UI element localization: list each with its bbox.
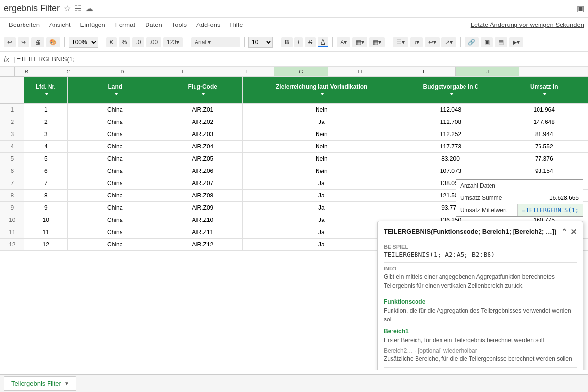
cell-umsatz-4[interactable]: 76.552	[500, 141, 588, 153]
decimal0-button[interactable]: .0	[132, 37, 144, 47]
cell-ziel-3[interactable]: Nein	[242, 128, 401, 141]
cell-land-8[interactable]: China	[67, 190, 163, 202]
menu-tools[interactable]: Tools	[167, 19, 192, 30]
zoom-select[interactable]: 100%	[69, 37, 98, 48]
underline-button[interactable]: A	[318, 37, 328, 47]
textwrap-button[interactable]: ↩▾	[425, 37, 440, 47]
textrotate-button[interactable]: ↗▾	[441, 37, 456, 47]
cell-umsatz-3[interactable]: 81.944	[500, 128, 588, 141]
col-header-c[interactable]: C	[39, 67, 98, 76]
cell-budget-3[interactable]: 112.252	[401, 128, 500, 141]
print-button[interactable]: 🖨	[31, 37, 44, 47]
cell-flug-11[interactable]: AIR.Z11	[163, 226, 242, 239]
cell-umsatz-5[interactable]: 77.376	[500, 153, 588, 165]
link-button[interactable]: 🔗	[465, 37, 479, 47]
cell-flug-7[interactable]: AIR.Z07	[163, 177, 242, 190]
cell-ziel-9[interactable]: Ja	[242, 202, 401, 214]
comment-button[interactable]: ▣	[481, 37, 493, 47]
cell-budget-6[interactable]: 107.073	[401, 165, 500, 177]
cell-land-1[interactable]: China	[67, 104, 163, 116]
percent-button[interactable]: %	[119, 37, 131, 47]
cell-ziel-7[interactable]: Ja	[242, 177, 401, 190]
tooltip-close-button[interactable]: ✕	[570, 227, 577, 237]
menu-bearbeiten[interactable]: Bearbeiten	[4, 19, 45, 30]
fill-color-button[interactable]: A▾	[337, 37, 350, 47]
decimal00-button[interactable]: .00	[146, 37, 161, 47]
col-header-e[interactable]: E	[147, 67, 220, 76]
cell-nr-8[interactable]: 8	[24, 190, 67, 202]
filter-arrow-ziel[interactable]	[320, 93, 324, 95]
tooltip-collapse-button[interactable]: ⌃	[561, 227, 567, 237]
currency-button[interactable]: €	[106, 37, 117, 47]
table-row[interactable]: 3 3 China AIR.Z03 Nein 112.252 81.944	[0, 128, 588, 141]
format123-button[interactable]: 123▾	[163, 37, 183, 47]
cell-nr-11[interactable]: 11	[24, 226, 67, 239]
cell-land-4[interactable]: China	[67, 141, 163, 153]
cell-land-10[interactable]: China	[67, 214, 163, 226]
cell-umsatz-2[interactable]: 147.648	[500, 116, 588, 128]
filter-arrow-lfd[interactable]	[45, 93, 49, 95]
filter-button[interactable]: ▶▾	[509, 37, 523, 47]
sheet-tab-teilergebnis[interactable]: Teilergebnis Filter ▼	[4, 376, 76, 391]
valign-button[interactable]: ↓▾	[410, 37, 423, 47]
formula-input[interactable]	[17, 55, 584, 63]
table-row[interactable]: 2 2 China AIR.Z02 Ja 112.708 147.648	[0, 116, 588, 128]
filter-arrow-land[interactable]	[114, 93, 118, 95]
cell-flug-4[interactable]: AIR.Z04	[163, 141, 242, 153]
col-header-f[interactable]: F	[220, 67, 274, 76]
chat-icon[interactable]: ▣	[577, 4, 584, 13]
filter-arrow-budget[interactable]	[450, 93, 454, 95]
cell-nr-6[interactable]: 6	[24, 165, 67, 177]
table-row[interactable]: 5 5 China AIR.Z05 Nein 83.200 77.376	[0, 153, 588, 165]
col-header-j[interactable]: J	[456, 67, 519, 76]
menu-hilfe[interactable]: Hilfe	[225, 19, 248, 30]
cell-nr-1[interactable]: 1	[24, 104, 67, 116]
document-icon[interactable]: ☵	[74, 4, 81, 13]
filter-arrow-umsatz[interactable]	[543, 93, 547, 95]
cell-nr-9[interactable]: 9	[24, 202, 67, 214]
cell-nr-5[interactable]: 5	[24, 153, 67, 165]
cell-nr-2[interactable]: 2	[24, 116, 67, 128]
halign-button[interactable]: ☰▾	[393, 37, 408, 47]
cell-flug-1[interactable]: AIR.Z01	[163, 104, 242, 116]
col-header-d[interactable]: D	[98, 67, 147, 76]
cell-flug-6[interactable]: AIR.Z06	[163, 165, 242, 177]
filter-arrow-flug[interactable]	[201, 93, 205, 95]
cell-budget-2[interactable]: 112.708	[401, 116, 500, 128]
cell-land-9[interactable]: China	[67, 202, 163, 214]
menu-einfuegen[interactable]: Einfügen	[75, 19, 110, 30]
cell-land-5[interactable]: China	[67, 153, 163, 165]
cloud-icon[interactable]: ☁	[85, 4, 93, 13]
menu-daten[interactable]: Daten	[140, 19, 167, 30]
cell-ziel-8[interactable]: Ja	[242, 190, 401, 202]
undo-button[interactable]: ↩	[4, 37, 16, 47]
cell-ziel-6[interactable]: Nein	[242, 165, 401, 177]
tab-dropdown-arrow[interactable]: ▼	[64, 381, 69, 386]
cell-umsatz-6[interactable]: 93.154	[500, 165, 588, 177]
cell-ziel-5[interactable]: Nein	[242, 153, 401, 165]
cell-land-12[interactable]: China	[67, 239, 163, 251]
col-header-g[interactable]: G	[274, 67, 328, 76]
cell-nr-4[interactable]: 4	[24, 141, 67, 153]
border-button[interactable]: ▦▾	[352, 37, 368, 47]
cell-ziel-1[interactable]: Nein	[242, 104, 401, 116]
cell-flug-12[interactable]: AIR.Z12	[163, 239, 242, 251]
cell-nr-7[interactable]: 7	[24, 177, 67, 190]
font-family-button[interactable]: Arial ▾	[191, 37, 240, 47]
col-header-h[interactable]: H	[328, 67, 392, 76]
table-row[interactable]: 4 4 China AIR.Z04 Nein 117.773 76.552	[0, 141, 588, 153]
cell-land-3[interactable]: China	[67, 128, 163, 141]
bold-button[interactable]: B	[281, 37, 293, 47]
cell-flug-9[interactable]: AIR.Z09	[163, 202, 242, 214]
menu-addons[interactable]: Add-ons	[192, 19, 225, 30]
cell-umsatz-1[interactable]: 101.964	[500, 104, 588, 116]
cell-flug-10[interactable]: AIR.Z10	[163, 214, 242, 226]
cell-budget-5[interactable]: 83.200	[401, 153, 500, 165]
cell-flug-5[interactable]: AIR.Z05	[163, 153, 242, 165]
font-size-select[interactable]: 10	[248, 37, 273, 48]
summary-value-3[interactable]: =TEILERGEBNIS(1;	[517, 204, 583, 216]
cell-nr-12[interactable]: 12	[24, 239, 67, 251]
col-header-b[interactable]: B	[15, 67, 39, 76]
cell-flug-3[interactable]: AIR.Z03	[163, 128, 242, 141]
cell-flug-8[interactable]: AIR.Z08	[163, 190, 242, 202]
